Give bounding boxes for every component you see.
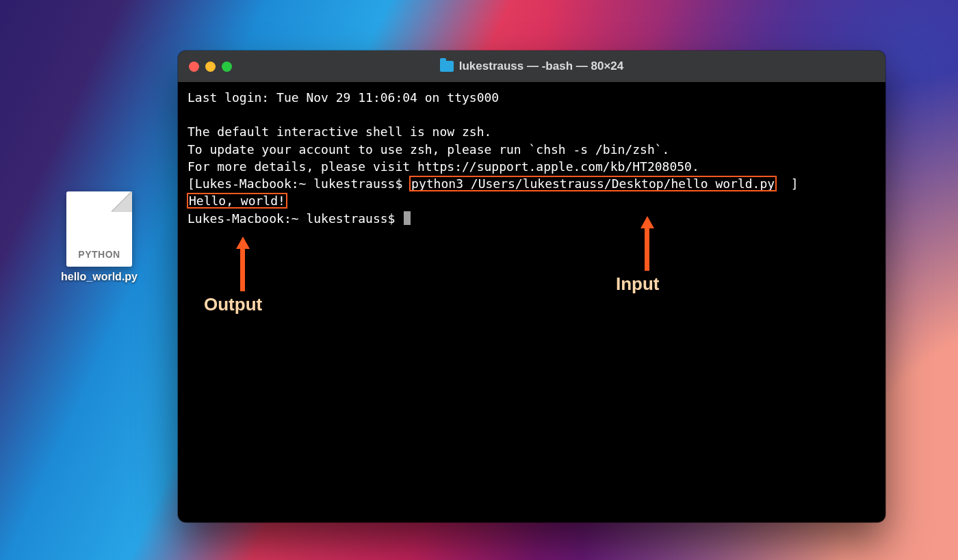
annotation-arrow-output-stem [240,248,245,291]
folder-icon [440,61,454,72]
minimize-button[interactable] [205,62,216,72]
zoom-button[interactable] [222,62,232,72]
terminal-cursor [404,211,411,225]
terminal-output: Hello, world! [187,194,287,208]
terminal-prompt-1: [Lukes-Macbook:~ lukestrauss$ [187,176,410,191]
desktop-file-hello-world[interactable]: PYTHON hello_world.py [51,191,147,283]
python-file-icon: PYTHON [66,191,132,267]
window-controls [189,62,232,72]
window-titlebar[interactable]: lukestrauss — -bash — 80×24 [178,51,885,82]
terminal-window[interactable]: lukestrauss — -bash — 80×24 Last login: … [178,51,885,522]
annotation-arrow-input-stem [645,227,649,271]
terminal-msg-zsh2: To update your account to use zsh, pleas… [187,142,669,157]
terminal-body[interactable]: Last login: Tue Nov 29 11:06:04 on ttys0… [178,82,885,235]
terminal-input-command: python3 /Users/lukestrauss/Desktop/hello… [410,176,776,191]
terminal-msg-zsh1: The default interactive shell is now zsh… [187,124,491,139]
window-title: lukestrauss — -bash — 80×24 [178,59,885,73]
terminal-prompt-2: Lukes-Macbook:~ lukestrauss$ [187,211,402,226]
file-type-badge: PYTHON [66,249,132,260]
terminal-prompt-1-close: ] [776,176,799,191]
terminal-last-login: Last login: Tue Nov 29 11:06:04 on ttys0… [187,90,499,105]
terminal-msg-zsh3: For more details, please visit https://s… [187,159,699,174]
window-title-text: lukestrauss — -bash — 80×24 [459,59,623,73]
desktop-file-label: hello_world.py [51,271,147,283]
close-button[interactable] [189,62,199,72]
